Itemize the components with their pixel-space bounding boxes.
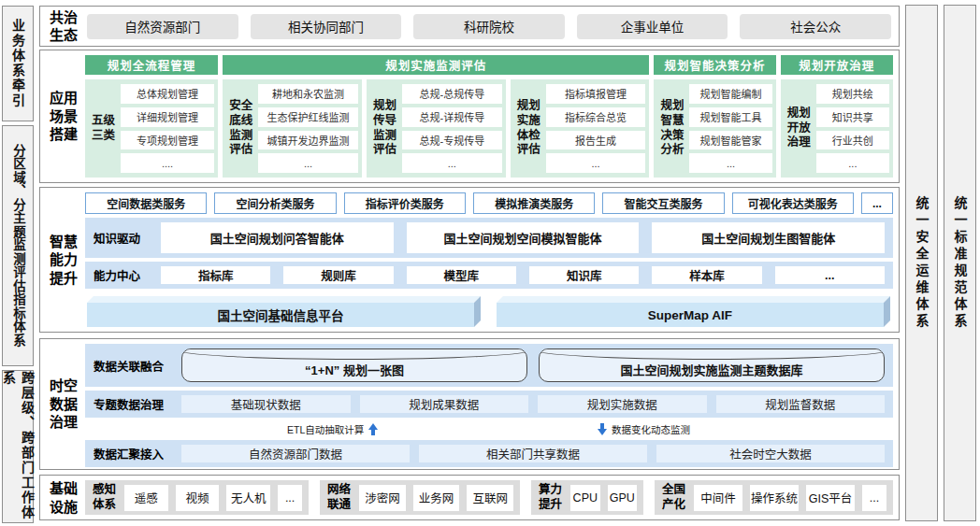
panel-item-more: ...: [546, 153, 646, 173]
rail-standard-spec-system: 统一标准规范体系: [944, 5, 976, 521]
service-simulation: 模拟推演类服务: [473, 192, 595, 214]
infra-label-network: 网络联通: [326, 483, 352, 512]
panel-item: 规划智能工具: [689, 107, 771, 127]
platform-supermap-aif-text: SuperMap AIF: [648, 308, 732, 322]
data-access-items: 自然资源部门数据 相关部门共享数据 社会时空大数据: [181, 445, 885, 462]
database-monitoring-theme-text: 国土空间规划实施监测主题数据库: [620, 361, 802, 378]
infra-internet: 互联网: [467, 485, 513, 511]
service-spatial-data: 空间数据类服务: [85, 192, 207, 214]
scene-group-monitoring-evaluation: 规划实施监测评估 安全底线监测评估 耕地和永农监测 生态保护红线监测 城镇开发边…: [223, 55, 649, 178]
scene-panels-open-governance: 规划开放治理 规划共绘 知识共享 行业共创 ...: [781, 79, 893, 178]
panel-items: 总体规划管理 详细规划管理 专项规划管理 ....: [121, 84, 214, 173]
rail-indicator-system: 分区域、分主题监测评估指标体系: [2, 125, 34, 366]
infra-video: 视频: [176, 485, 220, 511]
panel-item-more: ...: [402, 153, 502, 173]
capability-center-strip: 能力中心 指标库 规则库 模型库 知识库 样本库 ...: [85, 262, 893, 289]
theme-data-items: 基础现状数据 规划成果数据 规划实施数据 规划监督数据: [181, 395, 885, 413]
data-plan-supervision: 规划监督数据: [716, 395, 886, 413]
database-monitoring-theme: 国土空间规划实施监测主题数据库: [539, 348, 885, 382]
scene-header-smart-decision: 规划智能决策分析: [654, 55, 775, 75]
library-rule: 规则库: [283, 266, 393, 284]
infra-groups: 感知体系 遥感 视频 无人机 ... 网络联通 涉密网 业务网 互联网 算力提升…: [83, 479, 895, 516]
section-title-scenes-text: 应用场景搭建: [49, 89, 79, 144]
panel-item-more: ...: [689, 153, 771, 173]
section-title-data: 时空数据治理: [44, 343, 83, 465]
section-title-infra: 基础设施: [44, 479, 83, 516]
flow-etl-text: ETL自动抽取计算: [287, 422, 364, 436]
panel-sub-smart-decision: 规划智慧决策分析: [659, 99, 685, 158]
data-access-strip: 数据汇聚接入 自然资源部门数据 相关部门共享数据 社会时空大数据: [85, 440, 893, 467]
service-more: ...: [861, 192, 893, 214]
service-row: 空间数据类服务 空间分析类服务 指标评价类服务 模拟推演类服务 智能交互类服务 …: [85, 192, 893, 214]
eco-item-collaborating-depts: 相关协同部门: [251, 14, 402, 39]
panel-sub-plan-transmission: 规划传导监测评估: [372, 99, 397, 158]
eco-item-research-institutes: 科研院校: [413, 14, 565, 39]
agent-qa: 国土空间规划问答智能体: [161, 222, 394, 253]
infra-os: 操作系统: [750, 485, 799, 511]
section-co-governance-ecosystem: 共治生态 自然资源部门 相关协同部门 科研院校 企事业单位 社会公众: [39, 6, 900, 47]
knowledge-driven-label: 知识驱动: [94, 229, 148, 247]
panel-item: 指标综合总览: [546, 107, 646, 127]
infra-cpu: CPU: [570, 485, 600, 511]
data-body: 数据关联融合 “1+N” 规划一张图 国土空间规划实施监测主题数据库 专题数据治…: [83, 343, 895, 465]
section-title-intel: 智慧能力提升: [44, 192, 83, 328]
infra-group-perception: 感知体系 遥感 视频 无人机 ...: [85, 480, 309, 515]
infra-group-computing: 算力提升 CPU GPU: [531, 480, 643, 515]
data-fusion-label: 数据关联融合: [94, 357, 168, 375]
data-natural-resources: 自然资源部门数据: [181, 445, 410, 462]
infra-group-domestic: 全国产化 中间件 操作系统 GIS平台 ...: [655, 480, 893, 515]
eco-item-natural-resources: 自然资源部门: [87, 14, 238, 39]
panel-item: 生态保护红线监测: [258, 107, 358, 127]
flow-etl: ETL自动抽取计算: [287, 421, 378, 436]
library-model: 模型库: [407, 266, 516, 284]
panel-sub-safety-baseline: 安全底线监测评估: [228, 99, 253, 158]
eco-item-public: 社会公众: [740, 14, 891, 39]
infra-middleware: 中间件: [694, 485, 742, 511]
panel-item: 行业共创: [816, 131, 889, 150]
platform-row: 国土空间基础信息平台 SuperMap AIF: [85, 296, 893, 327]
panel-item: 耕地和永农监测: [258, 84, 358, 104]
section-title-scenes: 应用场景搭建: [44, 54, 83, 178]
down-arrow-icon: [598, 423, 607, 435]
infra-label-computing: 算力提升: [538, 483, 563, 512]
section-application-scenarios: 应用场景搭建 规划全流程管理 五级三类 总体规划管理 详细规划管理 专项规划管理…: [39, 50, 900, 183]
service-intelligent-interaction: 智能交互类服务: [602, 192, 724, 214]
section-infrastructure: 基础设施 感知体系 遥感 视频 无人机 ... 网络联通 涉密网 业务网 互联网…: [39, 475, 900, 520]
infra-drone: 无人机: [226, 485, 270, 511]
service-indicator-evaluation: 指标评价类服务: [344, 192, 466, 214]
panel-item: 详细规划管理: [121, 107, 214, 127]
panel-item-more: ....: [121, 153, 214, 173]
panel-item-more: ...: [816, 153, 889, 173]
infra-business-net: 业务网: [413, 485, 460, 511]
flow-change-monitoring: 数据变化动态监测: [598, 421, 690, 436]
data-shared-departments: 相关部门共享数据: [419, 445, 647, 462]
infra-label-domestic: 全国产化: [661, 483, 686, 512]
section-title-data-text: 时空数据治理: [49, 377, 79, 432]
intel-body: 空间数据类服务 空间分析类服务 指标评价类服务 模拟推演类服务 智能交互类服务 …: [83, 192, 895, 328]
rail-security-ops-system: 统一安全运维体系: [905, 5, 938, 521]
library-knowledge: 知识库: [529, 266, 639, 284]
panel-smart-decision: 规划智慧决策分析 规划智能编制 规划智能工具 规划智能管家 ...: [654, 79, 775, 178]
scene-header-monitoring-evaluation: 规划实施监测评估: [223, 55, 649, 75]
service-visualization: 可视化表达类服务: [732, 192, 854, 214]
panel-item: 指标填报管理: [546, 84, 646, 104]
infra-remote-sensing: 遥感: [124, 485, 168, 511]
infra-gpu: GPU: [608, 485, 638, 511]
capability-center-label: 能力中心: [94, 266, 148, 284]
scene-panels-full-process: 五级三类 总体规划管理 详细规划管理 专项规划管理 ....: [85, 79, 218, 178]
agent-map-generation: 国土空间规划生图智能体: [652, 222, 885, 253]
infra-group-network: 网络联通 涉密网 业务网 互联网: [320, 480, 520, 515]
panel-sub-five-levels: 五级三类: [91, 114, 116, 143]
panel-item: 知识共享: [816, 107, 889, 127]
scene-group-full-process: 规划全流程管理 五级三类 总体规划管理 详细规划管理 专项规划管理 ....: [85, 55, 218, 178]
infra-classified-net: 涉密网: [359, 485, 406, 511]
library-more: ...: [775, 266, 885, 284]
scene-groups: 规划全流程管理 五级三类 总体规划管理 详细规划管理 专项规划管理 .... 规…: [83, 54, 895, 178]
panel-item: 规划共绘: [816, 84, 889, 104]
section-intelligence-capability: 智慧能力提升 空间数据类服务 空间分析类服务 指标评价类服务 模拟推演类服务 智…: [39, 187, 900, 333]
panel-items: 规划共绘 知识共享 行业共创 ...: [816, 84, 889, 173]
panel-item: 总规-详规传导: [402, 107, 502, 127]
panel-items: 规划智能编制 规划智能工具 规划智能管家 ...: [689, 84, 771, 173]
panel-item: 总规-专规传导: [402, 131, 502, 150]
data-social-bigdata: 社会时空大数据: [656, 445, 885, 462]
